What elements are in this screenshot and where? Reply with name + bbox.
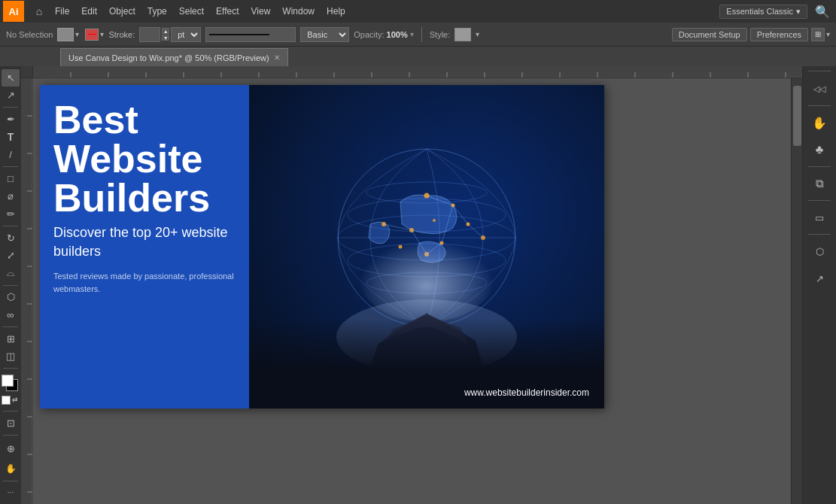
foreground-color[interactable]	[2, 375, 14, 387]
swap-colors-btn[interactable]: ⇄	[12, 396, 20, 403]
stroke-icon-group: ▾	[85, 29, 104, 41]
stroke-units-dropdown[interactable]: pt	[171, 27, 201, 42]
workspace-selector[interactable]: Essentials Classic ▾	[719, 5, 807, 19]
artwork: Best Website Builders Discover the top 2…	[40, 85, 604, 408]
menu-type[interactable]: Type	[142, 4, 172, 19]
menu-effect[interactable]: Effect	[211, 4, 244, 19]
home-icon[interactable]: ⌂	[30, 2, 48, 20]
menu-edit[interactable]: Edit	[76, 4, 102, 19]
art-left-panel: Best Website Builders Discover the top 2…	[40, 85, 249, 408]
stroke-down[interactable]: ▼	[162, 35, 169, 41]
panel-resize-collapse[interactable]: ◁◁	[806, 76, 833, 102]
separator-7	[3, 411, 18, 411]
app-logo: Ai	[3, 1, 24, 22]
pen-tool[interactable]: ✒	[2, 111, 20, 128]
menu-select[interactable]: Select	[174, 4, 209, 19]
separator-6	[3, 368, 18, 369]
panel-sep-4	[808, 234, 831, 235]
line-tool[interactable]: /	[2, 146, 20, 163]
zoom-tool[interactable]: ⊕	[2, 440, 20, 458]
arrange-button[interactable]: ⊞	[811, 28, 825, 41]
fill-swatch-group: ▾	[57, 28, 79, 41]
stroke-label: Stroke:	[108, 30, 135, 39]
separator-9	[3, 481, 18, 481]
tab-bar: Use Canva Design to Wix.png* @ 50% (RGB/…	[0, 47, 836, 66]
more-tools-btn[interactable]: ···	[2, 484, 20, 501]
main-layout: ↖ ↗ ✒ T / □ ⌀ ✏ ↻ ⤢ ⌓ ⬡ ∞ ⊞ ◫ ⇄	[0, 66, 836, 504]
rotate-tool[interactable]: ↻	[2, 229, 20, 247]
fill-swatch[interactable]	[57, 28, 74, 41]
scrollbar-thumb[interactable]	[793, 86, 801, 146]
arrange-group: ⊞ ▾	[811, 28, 830, 41]
scale-tool[interactable]: ⤢	[2, 247, 20, 264]
blend-tool[interactable]: ∞	[2, 306, 20, 323]
website-url: www.websitebuilderinsider.com	[464, 387, 589, 398]
left-toolbar: ↖ ↗ ✒ T / □ ⌀ ✏ ↻ ⤢ ⌓ ⬡ ∞ ⊞ ◫ ⇄	[0, 66, 21, 504]
search-button[interactable]: 🔍	[812, 3, 833, 20]
panel-artboard[interactable]: ↗	[806, 266, 833, 291]
swap-default-colors: ⇄	[2, 396, 20, 405]
arrange-dropdown-arrow[interactable]: ▾	[826, 30, 830, 38]
panel-hand-tool[interactable]: ✋	[806, 110, 833, 135]
menu-view[interactable]: View	[246, 4, 276, 19]
document-tab[interactable]: Use Canva Design to Wix.png* @ 50% (RGB/…	[60, 48, 288, 66]
panel-layers[interactable]: ⧉	[806, 171, 833, 196]
options-bar-right: Document Setup Preferences ⊞ ▾	[672, 28, 830, 41]
right-panel: ◁◁ ✋ ♣ ⧉ ▭ ⬡ ↗	[802, 66, 836, 504]
style-label: Style:	[430, 30, 451, 39]
no-selection-label: No Selection	[6, 30, 53, 39]
separator-4	[3, 285, 18, 286]
svg-point-48	[433, 219, 436, 222]
scrollbar-vertical[interactable]	[791, 78, 802, 504]
options-bar: No Selection ▾ ▾ Stroke: ▲ ▼ pt Basic Op…	[0, 23, 836, 47]
preferences-button[interactable]: Preferences	[750, 28, 808, 41]
separator	[421, 27, 422, 42]
artwork-container: Best Website Builders Discover the top 2…	[40, 85, 604, 408]
style-swatch[interactable]	[454, 28, 471, 41]
brush-style-dropdown[interactable]: Basic	[300, 27, 349, 42]
art-title: Best Website Builders	[53, 100, 236, 217]
type-tool[interactable]: T	[2, 129, 20, 146]
menu-bar-right: Essentials Classic ▾ 🔍	[719, 3, 833, 20]
art-body: Tested reviews made by passionate, profe…	[53, 270, 236, 295]
separator-3	[3, 226, 18, 226]
panel-sep-2	[808, 166, 831, 167]
tab-close-button[interactable]: ✕	[274, 53, 280, 62]
paintbrush-tool[interactable]: ⌀	[2, 188, 20, 205]
stroke-input-group: ▲ ▼ pt	[139, 27, 201, 42]
mesh-tool[interactable]: ⊞	[2, 330, 20, 348]
pencil-tool[interactable]: ✏	[2, 205, 20, 223]
ruler-vertical	[21, 78, 33, 504]
direct-selection-tool[interactable]: ↗	[2, 87, 20, 105]
screen-mode-btn[interactable]: ⊡	[2, 414, 20, 432]
menu-window[interactable]: Window	[277, 4, 320, 19]
selection-tool[interactable]: ↖	[2, 69, 20, 87]
art-right-panel: www.websitebuilderinsider.com	[249, 85, 605, 408]
warp-tool[interactable]: ⌓	[2, 265, 20, 282]
separator-1	[3, 107, 18, 108]
separator-5	[3, 326, 18, 327]
tab-title: Use Canva Design to Wix.png* @ 50% (RGB/…	[68, 53, 269, 62]
panel-club[interactable]: ♣	[806, 137, 833, 162]
default-colors-btn[interactable]	[2, 396, 11, 405]
document-setup-button[interactable]: Document Setup	[672, 28, 747, 41]
separator-2	[3, 166, 18, 167]
svg-line-55	[468, 224, 483, 238]
menu-object[interactable]: Object	[104, 4, 141, 19]
hand-tool[interactable]: ✋	[2, 460, 20, 478]
panel-sep-1	[808, 105, 831, 106]
menu-help[interactable]: Help	[321, 4, 351, 19]
panel-align-rect[interactable]: ▭	[806, 205, 833, 230]
ruler-h-ticks	[33, 66, 802, 78]
menu-file[interactable]: File	[50, 4, 74, 19]
stroke-preview	[205, 27, 296, 42]
separator-8	[3, 435, 18, 436]
stroke-input[interactable]	[139, 27, 160, 42]
ruler-v-ticks	[21, 78, 33, 504]
panel-sep-3	[808, 200, 831, 201]
stroke-up[interactable]: ▲	[162, 28, 169, 34]
panel-expand-arrows[interactable]: ⬡	[806, 238, 833, 264]
gradient-tool[interactable]: ◫	[2, 348, 20, 365]
rectangle-tool[interactable]: □	[2, 170, 20, 187]
eyedropper-tool[interactable]: ⬡	[2, 289, 20, 306]
